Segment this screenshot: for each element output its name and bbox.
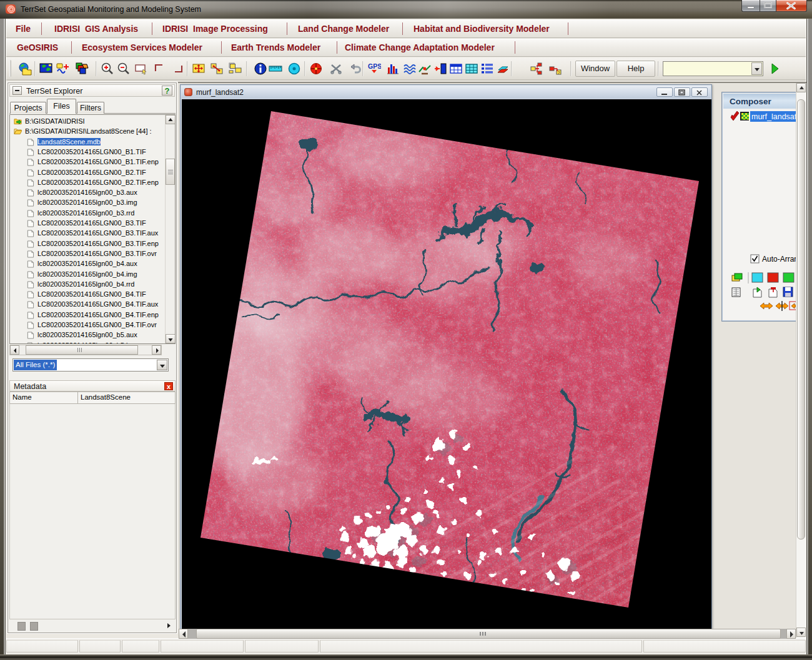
svg-text:murf_landsat2: murf_landsat2 xyxy=(751,112,801,121)
svg-text:?: ? xyxy=(558,71,560,75)
svg-text:GPS: GPS xyxy=(368,62,381,70)
svg-text:Auto-Arran: Auto-Arran xyxy=(762,255,798,264)
